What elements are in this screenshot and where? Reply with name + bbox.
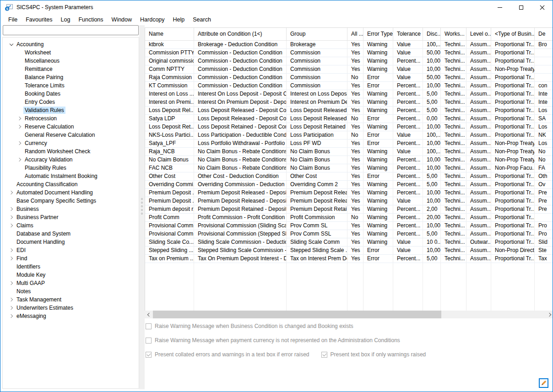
tree-item[interactable]: Automated Document Handling — [3, 188, 139, 197]
menu-item-window[interactable]: Window — [108, 15, 136, 24]
grid-row[interactable]: Overriding Commi...Overriding Commission… — [145, 181, 553, 189]
tree-item[interactable]: Notes — [3, 287, 139, 295]
grid-row[interactable]: Tax on Premium ...Tax On Premium Deposit… — [145, 255, 553, 263]
scrollbar-thumb[interactable] — [153, 311, 441, 318]
chevron-right-icon[interactable] — [7, 315, 15, 317]
minimize-button[interactable] — [489, 0, 510, 14]
menu-item-hardcopy[interactable]: Hardcopy — [136, 15, 169, 24]
tree-item[interactable]: Module Key — [3, 271, 139, 279]
tree-item[interactable]: Currency — [3, 139, 139, 147]
tree-item[interactable]: EDI — [3, 246, 139, 254]
tree-item[interactable]: Booking Dates — [3, 90, 139, 98]
column-header[interactable]: Attribute on Condition (1<) — [194, 28, 287, 40]
close-button[interactable] — [531, 0, 553, 14]
column-header[interactable]: Disc... — [423, 28, 441, 40]
tree-item[interactable]: Retrocession — [3, 114, 139, 123]
chevron-right-icon[interactable] — [7, 249, 15, 252]
column-header[interactable]: Error Type — [363, 28, 393, 40]
chevron-right-icon[interactable] — [7, 298, 15, 301]
tree-item[interactable]: Database and System — [3, 230, 139, 238]
tree-item[interactable]: eMessaging — [3, 312, 139, 320]
column-header[interactable]: De — [535, 28, 553, 40]
grid-row[interactable]: Provisional Comm...Provisional Commissio… — [145, 222, 553, 230]
grid-row[interactable]: Original commissionCommission - Deductio… — [145, 57, 553, 65]
tree-item[interactable]: Miscellaneous — [3, 57, 139, 65]
chevron-right-icon[interactable] — [7, 208, 15, 210]
grid-row[interactable]: Raja_NCBNo Claim Bonus - Rebate Conditio… — [145, 148, 553, 156]
scrollbar-track[interactable] — [152, 311, 546, 318]
tree-item[interactable]: Plausibility Rules — [3, 164, 139, 172]
tree-item[interactable]: Base Company Specific Settings — [3, 197, 139, 205]
grid-row[interactable]: Sliding Scale Co...Sliding Scale Commiss… — [145, 238, 553, 247]
grid-row[interactable]: Interest on Loss ...Interest On Loss Dep… — [145, 90, 553, 98]
chevron-right-icon[interactable] — [16, 117, 23, 120]
column-header[interactable]: <Type of Busin... — [491, 28, 535, 40]
menu-item-functions[interactable]: Functions — [74, 15, 107, 24]
column-header[interactable]: Tolerance — [393, 28, 423, 40]
panel-splitter[interactable] — [139, 25, 145, 389]
horizontal-scrollbar[interactable] — [145, 311, 553, 318]
tree-item[interactable]: Task Management — [3, 295, 139, 304]
column-header[interactable]: Name — [145, 28, 194, 40]
scroll-left-button[interactable] — [145, 311, 152, 318]
grid-row[interactable]: Satya LDPLoss Deposit Released - Deposit… — [145, 115, 553, 123]
tree-item[interactable]: Validation Rules — [3, 106, 139, 114]
grid-row[interactable]: Premium deposit r...Premium Deposit Reta… — [145, 205, 553, 214]
chevron-right-icon[interactable] — [7, 282, 15, 285]
grid-row[interactable]: Provisional Comm...Provisional Commissio… — [145, 230, 553, 238]
chevron-right-icon[interactable] — [16, 125, 23, 128]
tree-item[interactable]: Business — [3, 205, 139, 213]
grid-row[interactable]: Commission PTTYCommission - Deduction Co… — [145, 49, 553, 57]
chevron-right-icon[interactable] — [7, 306, 15, 309]
tree-item[interactable]: Tolerance Limits — [3, 81, 139, 90]
grid-row[interactable]: Profit CommProfit Commission - Profit Co… — [145, 214, 553, 222]
tree-item[interactable]: Multi GAAP — [3, 279, 139, 287]
grid-row[interactable]: Loss Deposit Rel...Loss Deposit Released… — [145, 107, 553, 115]
tree-item[interactable]: General Reserve Calculation — [3, 131, 139, 139]
grid-row[interactable]: Stepped Sliding ...Stepped Sliding Scale… — [145, 247, 553, 255]
tree-item[interactable]: Reserve Calculation — [3, 123, 139, 131]
menu-item-favourites[interactable]: Favourites — [22, 15, 56, 24]
grid-row[interactable]: Other CostOther Cost - Deduction Conditi… — [145, 172, 553, 181]
tree-item[interactable]: Document Handling — [3, 238, 139, 246]
column-header[interactable]: Group — [287, 28, 347, 40]
scroll-right-button[interactable] — [546, 311, 553, 318]
chevron-right-icon[interactable] — [16, 142, 23, 145]
sidebar-search-input[interactable] — [3, 25, 139, 35]
maximize-button[interactable] — [510, 0, 531, 14]
tree-item[interactable]: Entry Codes — [3, 98, 139, 106]
column-header[interactable]: Level o... — [466, 28, 491, 40]
grid-row[interactable]: Premium Deposit ...Premium Deposit Relea… — [145, 189, 553, 197]
column-header[interactable]: All ... — [347, 28, 363, 40]
grid-row[interactable]: Comm NPTTYCommission - Deduction Conditi… — [145, 65, 553, 74]
chevron-right-icon[interactable] — [16, 158, 23, 161]
menu-item-search[interactable]: Search — [189, 15, 215, 24]
grid-row[interactable]: Satya_LPFLoss Portfolio Withdrawal - Por… — [145, 140, 553, 148]
grid-row[interactable]: NKS-Loss Partici...Loss Participation - … — [145, 131, 553, 140]
grid-row[interactable]: No Claim BonusNo Claim Bonus - Rebate Co… — [145, 156, 553, 164]
tree-item[interactable]: Automatic Instalment Booking — [3, 172, 139, 180]
grid-row[interactable]: ktbrokBrokerage - Deduction ConditionBro… — [145, 41, 553, 49]
tree-item[interactable]: Underwriters Estimates — [3, 304, 139, 312]
grid-row[interactable]: Raja CommissionCommission - Deduction Co… — [145, 74, 553, 82]
tree-item[interactable]: Claims — [3, 221, 139, 230]
tree-item[interactable]: Accounting — [3, 40, 139, 48]
tree-item[interactable]: Accounting Classification — [3, 180, 139, 188]
tree-item[interactable]: Remittance — [3, 65, 139, 73]
chevron-right-icon[interactable] — [7, 224, 15, 227]
tree-item[interactable]: Find — [3, 254, 139, 263]
menu-item-help[interactable]: Help — [169, 15, 189, 24]
grid-row[interactable]: Interest on Premi...Interest On Premium … — [145, 98, 553, 107]
menu-item-file[interactable]: File — [4, 15, 22, 24]
tree-item[interactable]: Worksheet — [3, 48, 139, 57]
chevron-down-icon[interactable] — [7, 43, 15, 45]
grid-row[interactable]: KT CommissionCommission - Deduction Cond… — [145, 82, 553, 90]
tree-item[interactable]: Random Worksheet Check — [3, 147, 139, 156]
tree-item[interactable]: Balance Pairing — [3, 73, 139, 81]
grid-row[interactable]: FAC NCBNo Claim Bonus - Rebate Condition… — [145, 164, 553, 172]
column-header[interactable]: Works... — [441, 28, 466, 40]
tree-item[interactable]: Business Partner — [3, 213, 139, 221]
chevron-right-icon[interactable] — [7, 257, 15, 260]
grid-row[interactable]: Premium Deposit ...Premium Deposit Relea… — [145, 197, 553, 205]
chevron-right-icon[interactable] — [7, 191, 15, 194]
